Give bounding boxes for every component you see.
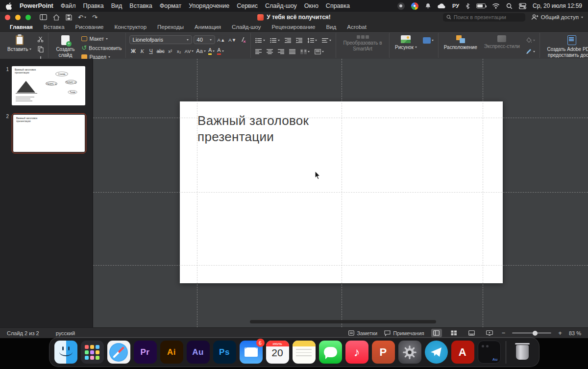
font-size-select[interactable]: 40 [194, 35, 215, 44]
notes-toggle[interactable]: Заметки [348, 330, 377, 336]
dock-audio-device-app[interactable]: Au [478, 341, 501, 364]
undo-button[interactable]: ↶ [78, 14, 86, 21]
change-case-button[interactable]: Аа [195, 47, 207, 55]
close-window-button[interactable] [5, 15, 10, 20]
tab-draw[interactable]: Рисование [75, 24, 104, 30]
font-color-button[interactable]: А [216, 47, 224, 55]
quick-styles-button[interactable]: Экспресс-стили [482, 34, 522, 50]
paste-button[interactable]: Вставить [5, 34, 33, 53]
shapes-button[interactable] [422, 36, 435, 44]
dock-acrobat[interactable]: A [451, 341, 474, 364]
cloud-icon[interactable] [438, 3, 446, 9]
tab-acrobat[interactable]: Acrobat [347, 24, 367, 30]
tab-design[interactable]: Конструктор [114, 24, 147, 30]
dock-photoshop[interactable]: Ps [213, 341, 236, 364]
font-name-select[interactable]: Lionelofparis [129, 35, 192, 44]
align-center-button[interactable] [266, 48, 274, 55]
reading-view-button[interactable] [466, 329, 477, 337]
tab-review[interactable]: Рецензирование [272, 24, 316, 30]
tab-transitions[interactable]: Переходы [157, 24, 184, 30]
arrange-button[interactable]: Расположение [442, 34, 479, 51]
shrink-font-button[interactable]: А▼ [227, 36, 237, 44]
redo-button[interactable]: ↷ [92, 14, 98, 21]
strikethrough-button[interactable]: abc [156, 47, 166, 55]
italic-button[interactable]: К [138, 47, 147, 55]
slideshow-view-button[interactable] [484, 329, 495, 337]
create-adobe-pdf-button[interactable]: Создать Adobe PDF и предоставить доступ [543, 34, 588, 59]
slide-title-text[interactable]: Важный заголовок презентации [197, 113, 332, 145]
screen-record-indicator-icon[interactable] [397, 2, 405, 10]
zoom-out-button[interactable]: − [502, 329, 506, 337]
toggle-sidebar-icon[interactable] [40, 14, 47, 20]
align-right-button[interactable] [277, 48, 285, 55]
save-icon[interactable] [66, 14, 72, 21]
apple-menu-icon[interactable] [6, 2, 12, 10]
justify-button[interactable] [288, 48, 296, 55]
dock-trash[interactable] [511, 341, 534, 364]
slide-editor[interactable]: Важный заголовок презентации [93, 59, 588, 327]
input-source-switcher[interactable]: РУ [452, 3, 459, 9]
zoom-window-button[interactable] [25, 15, 31, 20]
tab-animations[interactable]: Анимация [195, 24, 221, 30]
dock-launchpad[interactable] [81, 341, 104, 364]
underline-button[interactable]: Ч [147, 47, 155, 55]
zoom-slider[interactable] [512, 332, 551, 334]
dock-calendar[interactable]: июль 20 [266, 341, 289, 364]
dock-safari[interactable] [107, 341, 130, 364]
grow-font-button[interactable]: А▲ [217, 36, 226, 44]
tab-home[interactable]: Главная [10, 24, 33, 30]
normal-view-button[interactable] [431, 329, 442, 337]
notification-icon[interactable] [425, 3, 431, 9]
picture-button[interactable]: Рисунок [393, 34, 419, 51]
spotlight-search-icon[interactable] [506, 3, 513, 9]
tab-view[interactable]: Вид [326, 24, 336, 30]
copy-button[interactable] [36, 45, 45, 53]
tab-insert[interactable]: Вставка [44, 24, 65, 30]
menu-insert[interactable]: Вставка [129, 2, 152, 9]
menubar-clock[interactable]: Ср, 20 июля 12:59 [533, 2, 582, 9]
columns-button[interactable] [299, 48, 311, 55]
menu-view[interactable]: Вид [111, 2, 122, 9]
menu-edit[interactable]: Правка [83, 2, 104, 9]
align-text-button[interactable] [314, 48, 325, 55]
clear-formatting-button[interactable] [239, 36, 247, 44]
dock-messages[interactable] [319, 341, 342, 364]
zoom-in-button[interactable]: + [558, 329, 562, 337]
horizontal-scrollbar[interactable] [250, 320, 436, 323]
cut-button[interactable] [36, 35, 45, 43]
line-spacing-button[interactable] [306, 36, 318, 44]
decrease-indent-button[interactable] [284, 36, 292, 44]
text-direction-button[interactable] [321, 36, 332, 44]
search-input[interactable] [454, 14, 517, 20]
subscript-button[interactable]: х₂ [175, 47, 183, 55]
convert-to-smartart-button[interactable]: Преобразовать в SmartArt [340, 34, 386, 52]
numbering-button[interactable] [269, 36, 281, 44]
layout-button[interactable]: Макет [81, 36, 122, 42]
dock-illustrator[interactable]: Ai [160, 341, 183, 364]
bullets-button[interactable] [254, 36, 266, 44]
dock-telegram[interactable] [425, 341, 448, 364]
tab-slideshow[interactable]: Слайд-шоу [232, 24, 261, 30]
increase-indent-button[interactable] [295, 36, 303, 44]
dock-audition[interactable]: Au [187, 341, 210, 364]
menu-arrange[interactable]: Упорядочение [189, 2, 229, 9]
dock-premiere-pro[interactable]: Pr [134, 341, 157, 364]
menu-help[interactable]: Справка [326, 2, 350, 9]
shape-fill-button[interactable] [525, 36, 536, 44]
share-button[interactable]: Общий доступ [531, 14, 583, 20]
menu-format[interactable]: Формат [160, 2, 181, 9]
menu-window[interactable]: Окно [304, 2, 318, 9]
menu-file[interactable]: Файл [61, 2, 76, 9]
language-indicator[interactable]: русский [56, 330, 75, 336]
character-spacing-button[interactable]: АV [184, 47, 195, 55]
bluetooth-icon[interactable] [466, 3, 470, 9]
dock-finder[interactable] [54, 341, 77, 364]
comments-toggle[interactable]: Примечания [384, 330, 424, 336]
zoom-level[interactable]: 83 % [569, 330, 581, 336]
slide-sorter-view-button[interactable] [449, 329, 460, 337]
bold-button[interactable]: Ж [129, 47, 138, 55]
control-center-icon[interactable] [519, 3, 526, 9]
presentation-search[interactable] [443, 13, 525, 22]
slide-1-thumbnail[interactable]: Важный заголовок презентации Схема ТЕЗИС… [12, 66, 85, 105]
text-highlight-button[interactable]: А [207, 47, 216, 55]
